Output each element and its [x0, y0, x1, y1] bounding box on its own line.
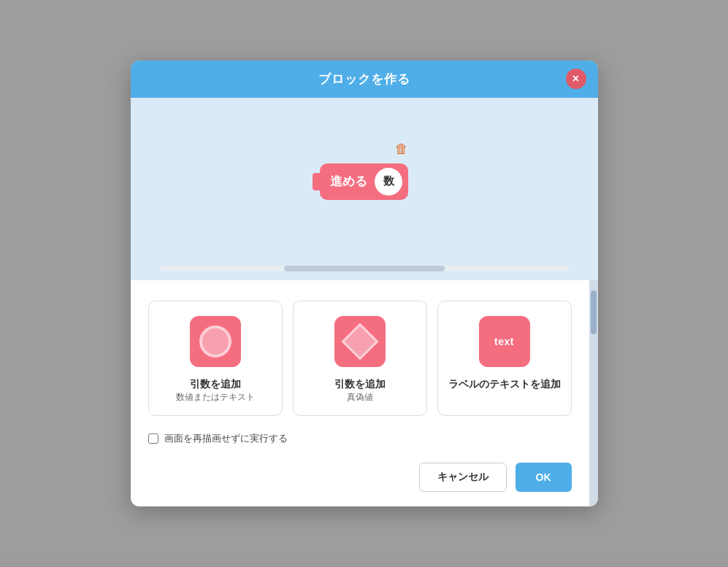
scrollbar-thumb[interactable]	[591, 290, 597, 334]
circle-icon	[199, 325, 231, 358]
options-area: 引数を追加 数値またはテキスト 引数を追加 真偽値	[131, 280, 589, 507]
card-icon-diamond	[334, 316, 386, 367]
card-title-number: 引数を追加 数値またはテキスト	[176, 377, 255, 404]
option-card-number[interactable]: 引数を追加 数値またはテキスト	[148, 301, 283, 417]
option-card-text[interactable]: text ラベルのテキストを追加	[437, 301, 572, 417]
block-badge: 数	[375, 168, 402, 196]
delete-icon[interactable]: 🗑	[395, 142, 408, 157]
checkbox-label[interactable]: 画面を再描画せずに実行する	[164, 432, 288, 445]
card-icon-text: text	[479, 316, 530, 367]
card-icon-circle	[190, 316, 241, 367]
scroll-thumb	[284, 266, 445, 271]
checkbox-row: 画面を再描画せずに実行する	[148, 432, 572, 445]
block-preview: 🗑 進める 数	[320, 163, 408, 200]
ok-button[interactable]: OK	[516, 463, 572, 492]
scroll-track	[160, 266, 569, 271]
diamond-icon	[341, 323, 378, 360]
scroll-bar-row	[131, 258, 598, 280]
card-title-text: ラベルのテキストを追加	[448, 377, 561, 392]
block-label: 進める	[330, 173, 367, 190]
block-body: 進める 数	[320, 163, 408, 200]
card-title-boolean: 引数を追加 真偽値	[334, 377, 386, 404]
cancel-button[interactable]: キャンセル	[419, 463, 507, 492]
text-label-icon: text	[494, 336, 514, 347]
option-card-boolean[interactable]: 引数を追加 真偽値	[293, 301, 427, 417]
preview-area: 🗑 進める 数	[131, 98, 598, 258]
modal-title: ブロックを作る	[318, 71, 410, 88]
footer-buttons: キャンセル OK	[148, 460, 572, 492]
modal-header: ブロックを作る ×	[131, 61, 598, 98]
modal-overlay: ブロックを作る × 🗑 進める 数	[0, 0, 728, 567]
right-scrollbar	[589, 280, 598, 507]
no-redraw-checkbox[interactable]	[148, 433, 158, 444]
close-button[interactable]: ×	[566, 69, 586, 89]
modal-dialog: ブロックを作る × 🗑 進める 数	[131, 61, 598, 507]
options-cards: 引数を追加 数値またはテキスト 引数を追加 真偽値	[148, 301, 572, 417]
modal-body: 引数を追加 数値またはテキスト 引数を追加 真偽値	[131, 280, 598, 507]
